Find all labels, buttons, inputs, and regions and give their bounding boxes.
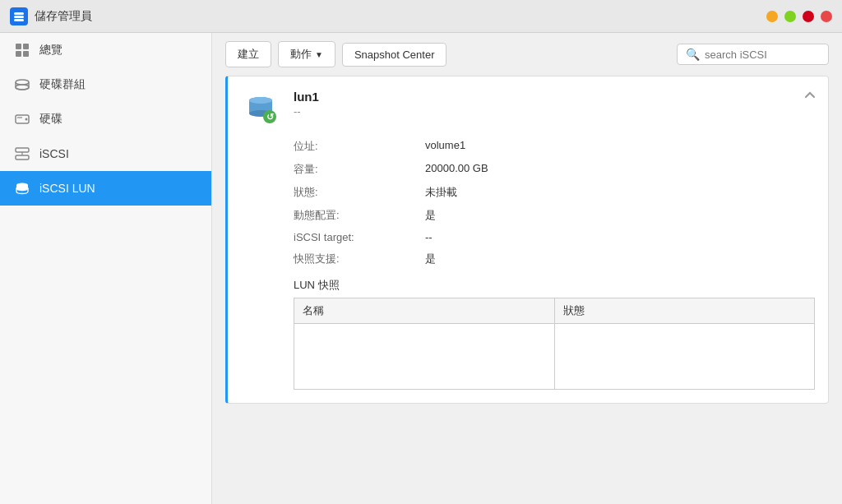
svg-rect-13 <box>16 155 29 160</box>
svg-point-7 <box>16 80 29 85</box>
main-layout: 總覽 硬碟群組 硬碟 <box>0 33 842 504</box>
item-header: ↺ lun1 -- <box>241 90 815 129</box>
detail-label: 快照支援: <box>294 252 425 266</box>
action-label: 動作 <box>290 47 312 62</box>
svg-point-10 <box>25 118 28 121</box>
sidebar-item-label: 總覽 <box>39 43 62 58</box>
iscsi-lun-icon <box>13 179 31 197</box>
item-name: lun1 <box>294 90 319 104</box>
extra-button[interactable] <box>821 11 832 22</box>
detail-value: 未掛載 <box>425 185 815 200</box>
detail-label: 動態配置: <box>294 208 425 223</box>
disk-group-icon <box>13 76 31 94</box>
detail-label: iSCSI target: <box>294 231 425 243</box>
sidebar-item-disk-group[interactable]: 硬碟群組 <box>0 67 211 102</box>
iscsi-icon <box>13 145 31 163</box>
detail-value: volume1 <box>425 139 815 154</box>
sidebar-item-label: 硬碟 <box>39 112 62 127</box>
panel-list: ↺ lun1 -- 位址:volume1容量:20000.00 <box>212 76 842 504</box>
maximize-button[interactable] <box>784 11 796 22</box>
svg-rect-2 <box>14 19 24 21</box>
svg-rect-6 <box>23 51 29 57</box>
toolbar: 建立 動作 ▼ Snapshot Center 🔍 <box>212 33 842 76</box>
snapshot-section-title: LUN 快照 <box>294 278 815 293</box>
svg-text:↺: ↺ <box>266 112 274 122</box>
snapshot-section: LUN 快照 名稱 狀態 <box>294 278 815 390</box>
create-button[interactable]: 建立 <box>225 41 271 67</box>
snapshot-table: 名稱 狀態 <box>294 298 815 390</box>
detail-label: 容量: <box>294 162 425 177</box>
sidebar-item-iscsi-lun[interactable]: iSCSI LUN <box>0 171 211 206</box>
svg-rect-3 <box>16 44 21 49</box>
sidebar-item-label: 硬碟群組 <box>39 77 86 92</box>
action-dropdown-icon: ▼ <box>315 50 323 59</box>
detail-value: 是 <box>425 208 815 223</box>
search-icon: 🔍 <box>686 48 700 61</box>
detail-value: 是 <box>425 252 815 266</box>
collapse-button[interactable] <box>802 86 818 107</box>
sidebar: 總覽 硬碟群組 硬碟 <box>0 33 212 504</box>
detail-value: 20000.00 GB <box>425 162 815 177</box>
app-icon <box>10 7 28 25</box>
sidebar-item-iscsi[interactable]: iSCSI <box>0 136 211 171</box>
search-input[interactable] <box>705 49 820 61</box>
snapshot-center-button[interactable]: Snapshot Center <box>342 43 447 67</box>
titlebar: 儲存管理員 <box>0 0 842 33</box>
content-area: 建立 動作 ▼ Snapshot Center 🔍 <box>212 33 842 504</box>
svg-rect-12 <box>16 148 29 152</box>
sidebar-item-disk[interactable]: 硬碟 <box>0 102 211 136</box>
sidebar-item-label: iSCSI <box>39 147 69 160</box>
app-title: 儲存管理員 <box>35 9 766 24</box>
svg-point-20 <box>249 97 272 104</box>
item-details: 位址:volume1容量:20000.00 GB狀態:未掛載動態配置:是iSCS… <box>294 139 815 266</box>
item-subtitle: -- <box>294 105 319 118</box>
detail-label: 狀態: <box>294 185 425 200</box>
svg-rect-4 <box>23 44 29 49</box>
minimize-button[interactable] <box>766 11 778 22</box>
sidebar-item-overview[interactable]: 總覽 <box>0 33 211 67</box>
svg-rect-5 <box>16 51 21 57</box>
overview-icon <box>13 41 31 59</box>
disk-icon <box>13 110 31 128</box>
search-box[interactable]: 🔍 <box>677 44 829 65</box>
close-button[interactable] <box>803 11 814 22</box>
snapshot-empty-row <box>294 324 815 390</box>
snapshot-col-name: 名稱 <box>294 298 555 324</box>
lun-item-card: ↺ lun1 -- 位址:volume1容量:20000.00 <box>225 76 829 404</box>
snapshot-col-status: 狀態 <box>554 298 815 324</box>
svg-rect-0 <box>14 12 24 15</box>
window-controls <box>766 11 832 22</box>
sidebar-item-label: iSCSI LUN <box>39 182 95 195</box>
svg-point-8 <box>16 85 29 90</box>
lun-icon-wrap: ↺ <box>241 90 280 129</box>
item-title-group: lun1 -- <box>294 90 319 118</box>
detail-value: -- <box>425 231 815 243</box>
svg-rect-1 <box>14 16 24 18</box>
action-button[interactable]: 動作 ▼ <box>278 41 335 67</box>
detail-label: 位址: <box>294 139 425 154</box>
